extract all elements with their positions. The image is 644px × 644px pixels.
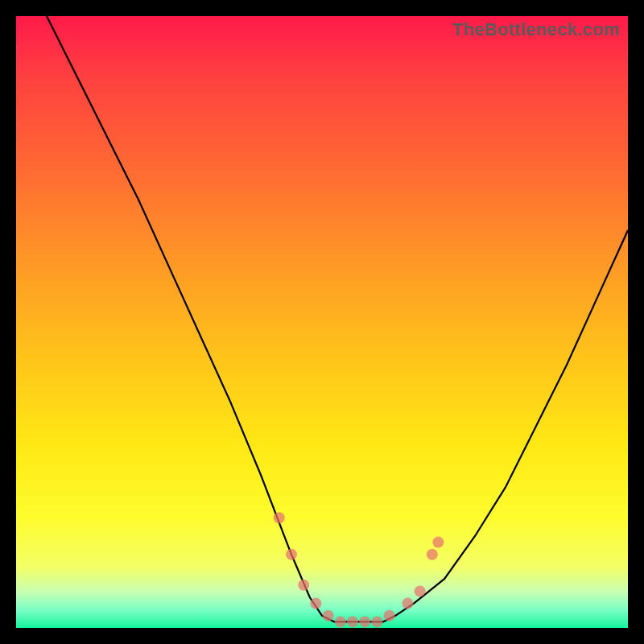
curve-marker	[415, 585, 426, 597]
curve-marker	[286, 549, 297, 560]
chart-plot-area: TheBottleneck.com	[16, 16, 628, 628]
curve-marker	[323, 610, 334, 621]
curve-marker	[359, 616, 370, 627]
curve-marker	[347, 616, 358, 627]
curve-marker	[371, 616, 382, 627]
curve-marker	[432, 537, 444, 548]
curve-markers	[274, 512, 444, 627]
curve-marker	[427, 549, 438, 560]
curve-marker	[384, 610, 395, 621]
curve-marker	[335, 616, 346, 627]
curve-marker	[310, 598, 321, 609]
curve-marker	[298, 580, 309, 591]
chart-svg	[16, 16, 628, 628]
curve-marker	[274, 512, 285, 523]
bottleneck-curve	[47, 16, 628, 621]
curve-marker	[402, 598, 413, 609]
